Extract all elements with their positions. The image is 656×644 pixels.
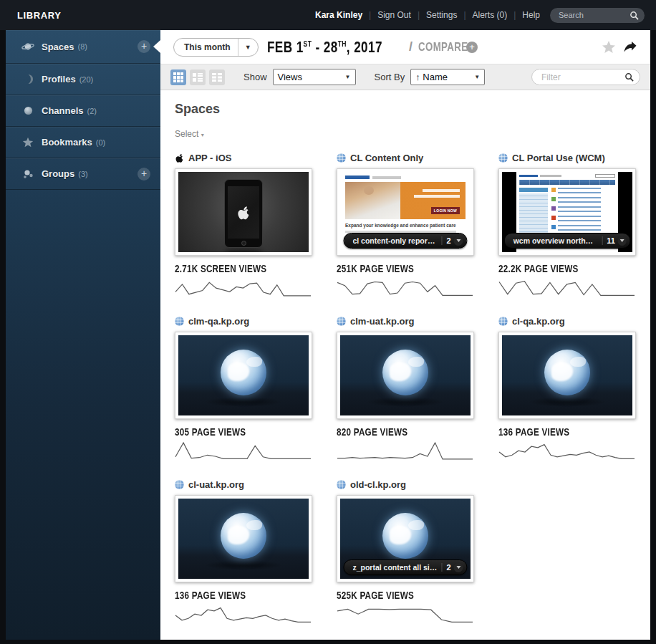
card-header: CL Portal Use (WCM) [498,150,636,165]
card-header: cl-uat.kp.org [175,477,312,491]
views-metric: 22.2K PAGE VIEWS [498,262,606,274]
card-header: clm-uat.kp.org [337,314,474,328]
date-preset-button[interactable]: This month ▼ [173,38,259,57]
iphone-thumbnail [178,172,309,252]
views-metric: 305 PAGE VIEWS [175,426,282,438]
report-name: z_portal content all sit... [352,563,437,572]
report-overlay-pill[interactable]: wcm overview northwest s 11 [504,233,631,249]
show-select-value: Views [278,72,302,82]
chevron-down-icon: ▾ [201,132,204,138]
sort-by-label: Sort By [375,72,405,82]
chevron-down-icon: ▼ [345,74,351,80]
sort-select[interactable]: ↑ Name ▼ [410,69,485,85]
globe-icon [337,317,346,326]
sidebar-item-groups[interactable]: Groups (3) + [6,158,160,190]
globe-icon [498,317,508,326]
sparkline-chart [175,440,312,461]
card-header: clm-qa.kp.org [175,314,312,328]
card-thumbnail[interactable]: wcm overview northwest s 11 [498,168,636,256]
sparkline-chart [337,440,474,461]
card-thumbnail[interactable] [175,168,312,256]
views-metric: 136 PAGE VIEWS [498,426,606,438]
sparkline-chart [175,277,312,298]
card-title: clm-uat.kp.org [350,316,415,327]
space-card[interactable]: cl-uat.kp.org [175,477,312,625]
report-overlay-pill[interactable]: z_portal content all sit... 2 [343,559,467,575]
card-header: CL Content Only [337,150,474,165]
sidebar-item-label: Spaces [42,42,74,52]
space-card[interactable]: CL Content Only LOGIN NOW [337,150,474,298]
chevron-down-icon[interactable] [454,236,463,246]
compare-button[interactable]: COMPARE [418,40,468,54]
space-card[interactable]: cl-qa.kp.org [498,314,636,461]
add-group-button[interactable]: + [138,168,150,181]
app-window: LIBRARY Kara Kinley Sign Out Settings Al… [0,0,656,644]
views-metric: 525K PAGE VIEWS [337,589,444,601]
sidebar-item-label: Bookmarks [42,137,92,148]
date-separator: / [409,39,413,54]
space-card[interactable]: clm-qa.kp.org [175,314,312,461]
app-brand: LIBRARY [17,10,62,21]
alerts-link[interactable]: Alerts (0) [457,10,507,20]
favorite-star-icon[interactable] [602,40,616,54]
sidebar-item-count: (20) [79,75,94,84]
card-header: APP - iOS [175,150,312,165]
share-icon[interactable] [623,41,637,53]
sparkline-chart [175,603,312,625]
views-metric: 2.71K SCREEN VIEWS [175,262,282,274]
sidebar-item-spaces[interactable]: Spaces (8) + [6,30,160,64]
sparkline-chart [337,603,474,625]
select-menu[interactable]: Select ▾ [175,129,204,139]
card-thumbnail[interactable] [175,495,312,582]
user-name[interactable]: Kara Kinley [315,10,362,20]
grid-icon [173,72,183,82]
account-links: Kara Kinley Sign Out Settings Alerts (0)… [315,10,540,20]
space-card[interactable]: old-cl.kp.org [337,477,474,625]
globe-icon [337,480,346,489]
dots-icon [21,169,34,179]
sidebar-item-channels[interactable]: Channels (2) [6,95,160,127]
chevron-down-icon[interactable] [454,563,463,572]
space-card[interactable]: CL Portal Use (WCM) [498,150,636,298]
sidebar-item-profiles[interactable]: Profiles (20) [6,64,160,95]
grid-view-button[interactable] [170,69,186,85]
chevron-down-icon[interactable] [618,236,627,246]
search-icon[interactable] [630,11,639,20]
card-title: cl-qa.kp.org [512,316,565,327]
globe-icon [337,153,346,163]
list-view-button[interactable] [190,69,206,85]
chevron-down-icon[interactable]: ▼ [238,39,258,56]
sidebar-item-count: (3) [78,170,87,178]
date-preset-label: This month [174,42,238,52]
add-space-button[interactable]: + [138,40,150,53]
cards-grid: APP - iOS [175,150,636,625]
globe-icon [175,480,184,489]
page-body: Spaces Select ▾ APP - iOS [160,90,650,640]
card-thumbnail[interactable] [498,332,636,419]
space-card[interactable]: clm-uat.kp.org [337,314,474,461]
card-thumbnail[interactable]: z_portal content all sit... 2 [337,495,474,582]
list-icon [193,72,203,82]
card-thumbnail[interactable] [175,332,312,419]
sidebar-item-bookmarks[interactable]: Bookmarks (0) [6,127,160,158]
sidebar-item-count: (2) [87,107,97,115]
globe-thumbnail [340,335,471,415]
card-thumbnail[interactable]: LOGIN NOW Expand your knowledge and enha… [337,168,474,256]
card-header: old-cl.kp.org [337,477,474,491]
help-link[interactable]: Help [507,10,540,20]
planet-icon [21,42,34,52]
space-card[interactable]: APP - iOS [175,150,312,298]
globe-thumbnail [178,335,309,415]
globe-icon [498,153,508,163]
settings-link[interactable]: Settings [411,10,457,20]
filter-search-icon[interactable] [624,72,634,82]
apple-icon [175,153,184,163]
report-overlay-pill[interactable]: cl content-only reports-... 2 [343,233,467,249]
show-select[interactable]: Views ▼ [273,69,356,85]
sign-out-link[interactable]: Sign Out [362,10,411,20]
report-count-badge: 2 [446,563,450,572]
sparkline-chart [337,277,474,298]
table-view-button[interactable] [209,69,225,85]
view-toolbar: Show Views ▼ Sort By ↑ Name ▼ [160,64,650,90]
card-thumbnail[interactable] [337,332,474,419]
